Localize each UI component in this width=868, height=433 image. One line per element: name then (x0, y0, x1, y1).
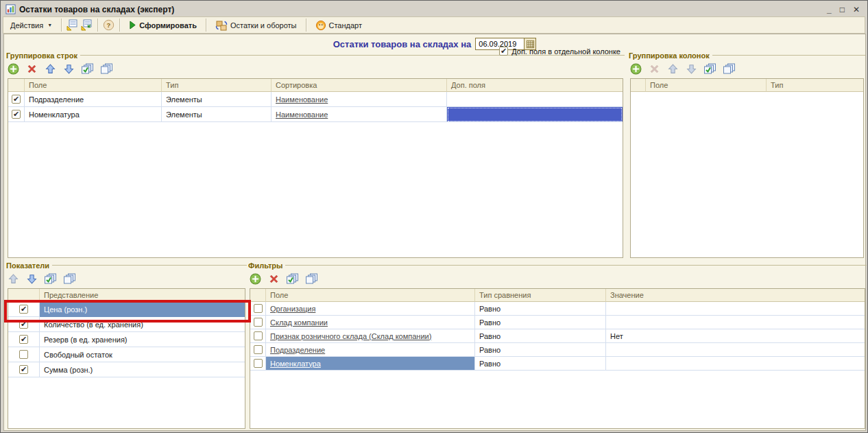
indicator-label: Свободный остаток (40, 347, 245, 362)
delete-icon[interactable] (268, 273, 280, 285)
filter-field-link[interactable]: Склад компании (270, 318, 328, 327)
row-checkbox[interactable]: ✔ (12, 95, 21, 104)
move-down-icon[interactable] (26, 273, 38, 285)
save-settings-icon[interactable] (81, 19, 93, 31)
extra-fields-cell-selected[interactable] (447, 107, 623, 122)
report-title: Остатки товаров на складах на (333, 39, 472, 49)
indicators-toolbar (8, 272, 76, 286)
filter-field-cell: Подразделение (266, 343, 475, 357)
filter-field-cell: Признак розничного склада (Склад компани… (266, 329, 475, 343)
row-grouping-title: Группировка строк (6, 51, 77, 60)
row-checkbox[interactable] (254, 304, 263, 313)
actions-menu-button[interactable]: Действия ▼ (6, 19, 56, 32)
load-settings-icon[interactable] (67, 19, 78, 31)
sort-cell: Наименование (272, 92, 447, 107)
row-checkbox[interactable]: ✔ (12, 110, 21, 119)
filters-title: Фильтры (248, 261, 282, 270)
generate-button[interactable]: Сформировать (125, 19, 201, 32)
uncheck-all-icon[interactable] (64, 273, 76, 285)
generate-label: Сформировать (139, 21, 197, 30)
close-button[interactable]: ✕ (853, 5, 860, 14)
row-checkbox[interactable]: ✔ (19, 365, 28, 374)
row-checkbox[interactable] (19, 350, 28, 359)
toolbar-separator (97, 19, 98, 32)
uncheck-all-icon[interactable] (101, 63, 113, 75)
check-all-icon[interactable] (82, 63, 94, 75)
move-down-icon-disabled (686, 63, 697, 75)
column-header: Поле (266, 289, 475, 302)
indicator-row[interactable]: ✔ Количество (в ед. хранения) (8, 317, 245, 332)
toolbar-separator (306, 19, 306, 32)
check-all-icon[interactable] (45, 273, 57, 285)
sort-link[interactable]: Наименование (276, 110, 328, 119)
row-checkbox[interactable] (254, 318, 263, 327)
indicator-row[interactable]: ✔ Резерв (в ед. хранения) (8, 332, 245, 347)
standard-label: Стандарт (329, 21, 363, 30)
sort-cell: Наименование (272, 107, 447, 122)
column-header: Доп. поля (447, 79, 623, 92)
value-cell: Нет (606, 329, 865, 343)
standard-face-icon (315, 20, 326, 31)
delete-icon-disabled (649, 63, 660, 75)
extra-fields-checkbox-label: Доп. поля в отдельной колонке (511, 47, 620, 56)
toolbar-separator (119, 19, 120, 32)
indicators-group: Показатели Представление ✔ Цена (розн.) (6, 261, 247, 430)
indicators-table: Представление ✔ Цена (розн.) ✔ Количеств… (8, 288, 245, 429)
indicator-label: Сумма (розн.) (40, 362, 245, 377)
maximize-button[interactable]: □ (840, 5, 845, 14)
check-all-icon[interactable] (704, 63, 716, 75)
uncheck-all-icon[interactable] (306, 273, 318, 285)
column-header-checkbox (631, 79, 646, 92)
table-row[interactable]: ✔ Номенклатура Элементы Наименование (8, 107, 623, 122)
play-icon (129, 21, 136, 30)
column-grouping-table: Поле Тип (630, 78, 864, 258)
row-checkbox[interactable] (254, 331, 263, 340)
row-checkbox[interactable]: ✔ (19, 320, 28, 329)
indicator-row[interactable]: Свободный остаток (8, 347, 245, 362)
add-icon[interactable] (250, 273, 261, 285)
column-grouping-toolbar (630, 62, 736, 76)
extra-fields-checkbox[interactable]: ✔ (499, 47, 508, 56)
extra-fields-column-option[interactable]: ✔ Доп. поля в отдельной колонке (499, 47, 620, 56)
column-header: Тип (162, 79, 272, 92)
indicator-row-selected[interactable]: ✔ Цена (розн.) (8, 302, 245, 317)
filter-row[interactable]: Склад компании Равно (250, 316, 865, 329)
filter-field-link[interactable]: Признак розничного склада (Склад компани… (270, 332, 431, 340)
filter-field-cell-selected[interactable]: Номенклатура (266, 357, 475, 371)
app-window: Остатки товаров на складах (эксперт) _ □… (0, 0, 868, 433)
filter-row[interactable]: Подразделение Равно (250, 343, 865, 357)
extra-fields-cell (447, 92, 623, 107)
column-header-checkbox (8, 289, 40, 302)
balances-turnovers-button[interactable]: Остатки и обороты (211, 18, 301, 33)
table-row[interactable]: ✔ Подразделение Элементы Наименование (8, 92, 623, 107)
uncheck-all-icon[interactable] (723, 63, 736, 75)
filter-field-link[interactable]: Подразделение (270, 346, 325, 354)
add-icon[interactable] (8, 63, 19, 75)
help-icon[interactable]: ? (103, 19, 114, 31)
check-all-icon[interactable] (287, 273, 299, 285)
column-header-checkbox (8, 79, 25, 92)
row-checkbox[interactable] (254, 359, 263, 368)
filter-field-link[interactable]: Номенклатура (270, 360, 321, 368)
sort-link[interactable]: Наименование (276, 95, 328, 104)
title-bar: Остатки товаров на складах (эксперт) _ □… (3, 3, 865, 16)
row-checkbox[interactable] (254, 345, 263, 354)
move-up-icon[interactable] (45, 63, 56, 75)
filter-row[interactable]: Признак розничного склада (Склад компани… (250, 329, 865, 343)
indicator-row[interactable]: ✔ Сумма (розн.) (8, 362, 245, 377)
minimize-button[interactable]: _ (827, 5, 832, 14)
standard-button[interactable]: Стандарт (311, 18, 367, 33)
comparison-cell: Равно (475, 343, 606, 357)
filter-field-cell: Склад компании (266, 316, 475, 329)
move-down-icon[interactable] (63, 63, 75, 75)
delete-icon[interactable] (26, 63, 38, 75)
filters-toolbar (250, 272, 318, 286)
filter-row-selected[interactable]: Номенклатура Равно (250, 357, 865, 371)
row-checkbox[interactable]: ✔ (19, 305, 28, 314)
report-header: Остатки товаров на складах на (4, 36, 865, 52)
add-icon[interactable] (630, 63, 642, 75)
indicator-label: Резерв (в ед. хранения) (40, 332, 245, 347)
filter-row[interactable]: Организация Равно (250, 302, 865, 316)
row-checkbox[interactable]: ✔ (19, 335, 28, 344)
filter-field-link[interactable]: Организация (270, 305, 315, 313)
